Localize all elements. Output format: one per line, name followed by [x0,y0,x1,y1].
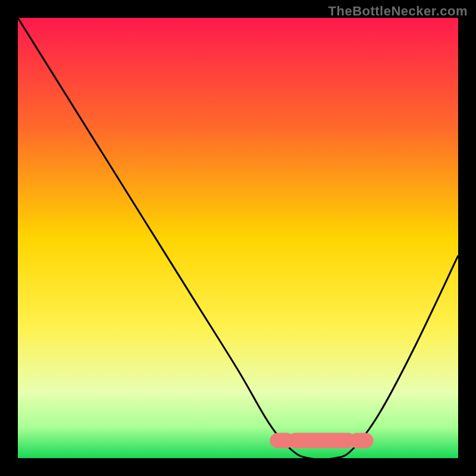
chart-stage: TheBottleNecker.com [0,0,476,476]
watermark-label: TheBottleNecker.com [328,4,468,19]
bottleneck-chart [0,0,476,476]
